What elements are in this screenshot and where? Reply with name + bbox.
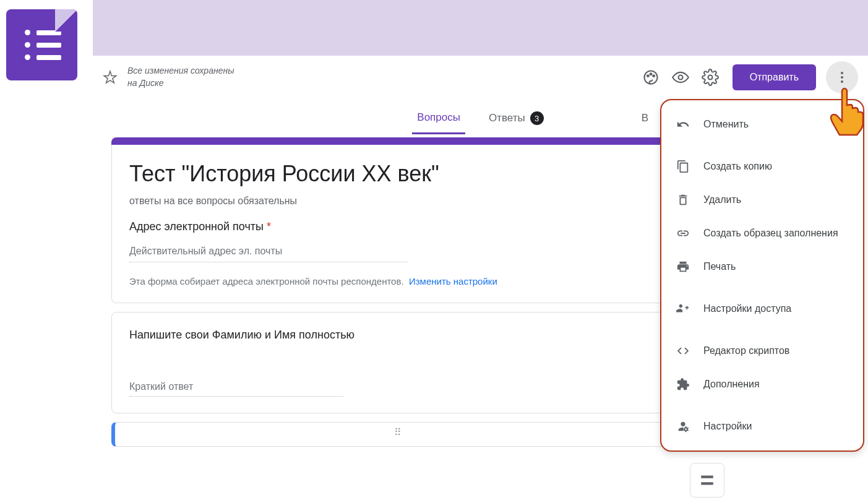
- preview-icon[interactable]: [666, 62, 695, 92]
- form-header-card[interactable]: Тест "История России XX век" ответы на в…: [111, 145, 682, 303]
- short-answer-placeholder: Краткий ответ: [129, 377, 343, 397]
- active-question-card[interactable]: ⠿: [111, 422, 682, 447]
- svg-point-7: [841, 76, 843, 79]
- tab-cut-text: В: [642, 112, 648, 124]
- change-settings-link[interactable]: Изменить настройки: [409, 276, 497, 287]
- tab-questions[interactable]: Вопросы: [412, 103, 465, 134]
- svg-point-5: [708, 75, 712, 80]
- palette-icon[interactable]: [636, 62, 666, 92]
- drag-handle-icon[interactable]: ⠿: [394, 426, 403, 438]
- more-menu-dropdown: Отменить Создать копию Удалить Создать о…: [660, 99, 864, 452]
- form-description[interactable]: ответы на все вопросы обязательны: [129, 196, 664, 207]
- menu-print[interactable]: Печать: [661, 250, 863, 283]
- required-star-icon: *: [267, 220, 271, 233]
- svg-point-6: [841, 72, 843, 74]
- save-status: Все изменения сохранены на Диске: [127, 65, 234, 89]
- form-title[interactable]: Тест "История России XX век": [129, 161, 664, 187]
- menu-addons[interactable]: Дополнения: [661, 368, 863, 401]
- toolbox-section-icon[interactable]: [690, 463, 724, 498]
- svg-point-8: [841, 80, 843, 83]
- svg-point-1: [647, 75, 649, 77]
- question-card-1[interactable]: Напишите свои Фамилию и Имя полностью Кр…: [111, 312, 682, 413]
- tab-answers[interactable]: Ответы 3: [484, 103, 549, 134]
- tab-answers-label: Ответы: [489, 112, 525, 124]
- send-button[interactable]: Отправить: [733, 64, 816, 90]
- svg-point-4: [678, 75, 682, 80]
- menu-script-editor[interactable]: Редактор скриптов: [661, 334, 863, 368]
- menu-make-copy[interactable]: Создать копию: [661, 150, 863, 183]
- answers-count-badge: 3: [530, 111, 544, 125]
- header-accent: [111, 137, 682, 145]
- top-banner: [93, 0, 868, 56]
- form-canvas: Тест "История России XX век" ответы на в…: [111, 137, 682, 447]
- toolbar: Все изменения сохранены на Диске Отправи…: [93, 56, 868, 99]
- star-icon[interactable]: [103, 70, 118, 85]
- svg-point-3: [653, 75, 655, 77]
- collect-email-note: Эта форма собирает адреса электронной по…: [129, 276, 664, 287]
- forms-app-icon[interactable]: [6, 9, 77, 80]
- menu-preferences[interactable]: Настройки: [661, 410, 863, 443]
- hand-pointer-icon: [825, 87, 868, 136]
- menu-collaborators[interactable]: Настройки доступа: [661, 292, 863, 325]
- email-label: Адрес электронной почты *: [129, 220, 664, 233]
- email-input[interactable]: Действительный адрес эл. почты: [129, 241, 408, 262]
- question-title[interactable]: Напишите свои Фамилию и Имя полностью: [129, 329, 664, 342]
- menu-prefill[interactable]: Создать образец заполнения: [661, 217, 863, 250]
- menu-delete[interactable]: Удалить: [661, 183, 863, 217]
- settings-gear-icon[interactable]: [695, 62, 725, 92]
- svg-point-2: [650, 73, 651, 75]
